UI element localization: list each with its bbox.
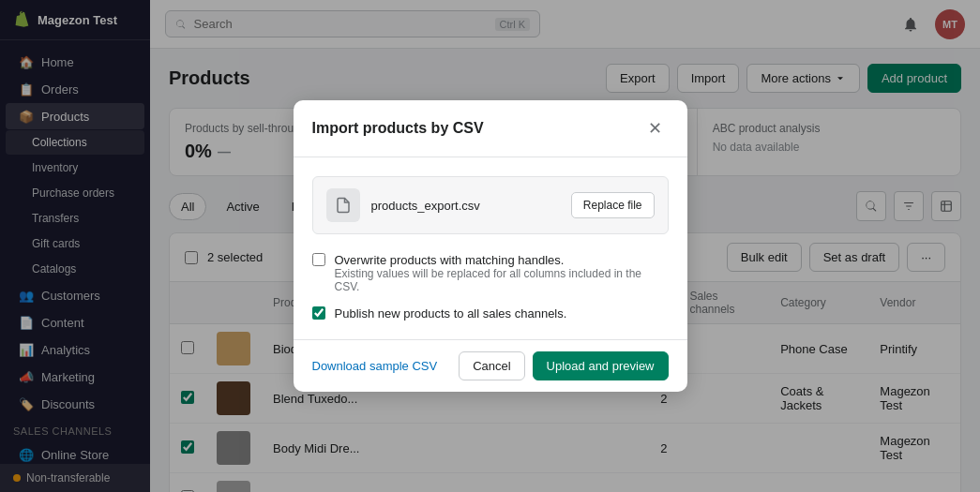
download-sample-link[interactable]: Download sample CSV [312,359,438,373]
option-publish-text: Publish new products to all sales channe… [335,306,669,321]
overwrite-checkbox[interactable] [312,253,325,266]
overwrite-label[interactable]: Overwrite products with matching handles… [335,253,565,267]
publish-label[interactable]: Publish new products to all sales channe… [335,306,567,321]
option-publish-row: Publish new products to all sales channe… [312,306,669,321]
import-modal: Import products by CSV ✕ products_export… [294,100,687,392]
modal-title: Import products by CSV [312,120,484,137]
option-overwrite-text: Overwrite products with matching handles… [335,253,669,293]
upload-preview-button[interactable]: Upload and preview [533,351,669,380]
document-icon [335,197,352,214]
file-icon [326,188,360,222]
modal-body: products_export.csv Replace file Overwri… [294,157,687,339]
modal-overlay: Import products by CSV ✕ products_export… [0,0,980,492]
file-name-label: products_export.csv [371,199,560,213]
file-row: products_export.csv Replace file [312,176,669,234]
replace-file-button[interactable]: Replace file [571,192,655,218]
option-overwrite-row: Overwrite products with matching handles… [312,253,669,293]
modal-footer-right: Cancel Upload and preview [459,351,668,380]
publish-checkbox[interactable] [312,306,325,320]
cancel-button[interactable]: Cancel [459,351,524,380]
modal-close-button[interactable]: ✕ [642,115,669,142]
overwrite-desc: Existing values will be replaced for all… [335,267,669,293]
modal-footer-left: Download sample CSV [312,359,438,373]
modal-footer: Download sample CSV Cancel Upload and pr… [294,339,687,392]
modal-header: Import products by CSV ✕ [294,100,687,157]
